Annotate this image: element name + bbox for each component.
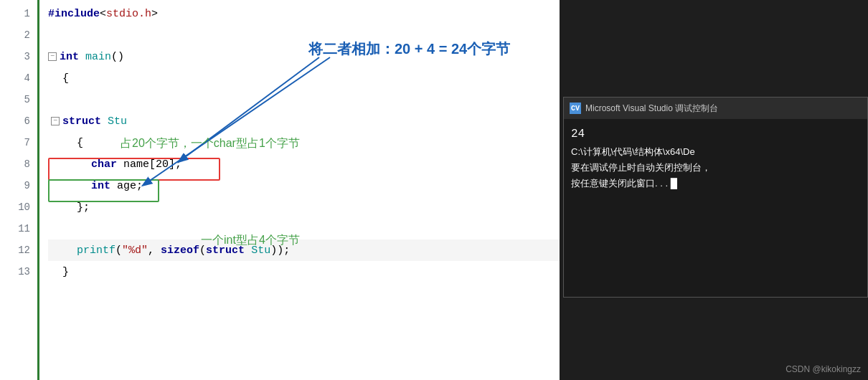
- include-keyword: #include: [48, 8, 100, 20]
- printf-function: printf: [77, 244, 115, 257]
- line-num-3: 3: [0, 46, 30, 67]
- code-line-13: }: [48, 261, 560, 282]
- name-field: name[20];: [123, 158, 181, 171]
- code-line-12: printf("%d", sizeof(struct Stu));: [48, 239, 560, 261]
- code-content: #include<stdio.h> − int main() { − struc…: [39, 0, 560, 380]
- code-editor: 1 2 3 4 5 6 7 8 9 10 11 12 13 #include<s…: [0, 0, 560, 380]
- code-line-4: {: [48, 67, 560, 89]
- terminal-body: 24 C:\计算机\代码\结构体\x64\De 要在调试停止时自动关闭控制台， …: [564, 119, 867, 197]
- csdn-credit: CSDN @kikokingzz: [786, 364, 861, 374]
- line-numbers: 1 2 3 4 5 6 7 8 9 10 11 12 13: [0, 0, 39, 380]
- code-line-9: int age;: [48, 175, 560, 196]
- line-num-4: 4: [0, 67, 30, 89]
- line-num-8: 8: [0, 153, 30, 175]
- code-line-5: [48, 89, 560, 110]
- line-num-2: 2: [0, 24, 30, 46]
- code-line-1: #include<stdio.h>: [48, 3, 560, 24]
- line-num-9: 9: [0, 175, 30, 196]
- age-field: age;: [117, 180, 143, 192]
- terminal-title: Microsoft Visual Studio 调试控制台: [585, 103, 718, 115]
- line-num-13: 13: [0, 261, 30, 282]
- code-line-7: {: [48, 132, 560, 153]
- code-line-10: };: [48, 196, 560, 218]
- line-num-12: 12: [0, 239, 30, 261]
- code-line-8: char name[20];: [48, 153, 560, 175]
- line-num-5: 5: [0, 89, 30, 110]
- terminal-output-msg1: 要在调试停止时自动关闭控制台，: [571, 160, 860, 176]
- int-keyword-main: int: [60, 51, 79, 63]
- sizeof-keyword: sizeof: [161, 244, 199, 257]
- terminal-output-msg2: 按任意键关闭此窗口. . . █: [571, 176, 860, 191]
- line-num-7: 7: [0, 132, 30, 153]
- struct-keyword-2: struct: [206, 244, 245, 257]
- terminal-cursor: █: [671, 178, 677, 189]
- format-string: "%d": [122, 244, 148, 257]
- stdio-header: stdio.h: [106, 8, 151, 20]
- terminal-window: CV Microsoft Visual Studio 调试控制台 24 C:\计…: [563, 97, 868, 298]
- terminal-titlebar: CV Microsoft Visual Studio 调试控制台: [564, 98, 867, 119]
- main-function: main: [85, 51, 111, 63]
- code-line-3: − int main(): [48, 46, 560, 67]
- collapse-icon-struct[interactable]: −: [51, 117, 60, 125]
- line-num-11: 11: [0, 218, 30, 239]
- struct-name: Stu: [108, 115, 127, 128]
- code-line-2: [48, 24, 560, 46]
- code-line-11: [48, 218, 560, 239]
- terminal-output-24: 24: [571, 125, 860, 144]
- line-num-10: 10: [0, 196, 30, 218]
- collapse-icon-main[interactable]: −: [48, 52, 57, 61]
- terminal-icon: CV: [570, 103, 581, 114]
- terminal-output-path: C:\计算机\代码\结构体\x64\De: [571, 144, 860, 160]
- char-keyword: char: [91, 158, 117, 171]
- int-keyword-age: int: [91, 180, 110, 192]
- struct-keyword: struct: [62, 115, 101, 128]
- struct-name-2: Stu: [251, 244, 270, 257]
- code-line-6: − struct Stu: [48, 110, 560, 132]
- line-num-1: 1: [0, 3, 30, 24]
- line-num-6: 6: [0, 110, 30, 132]
